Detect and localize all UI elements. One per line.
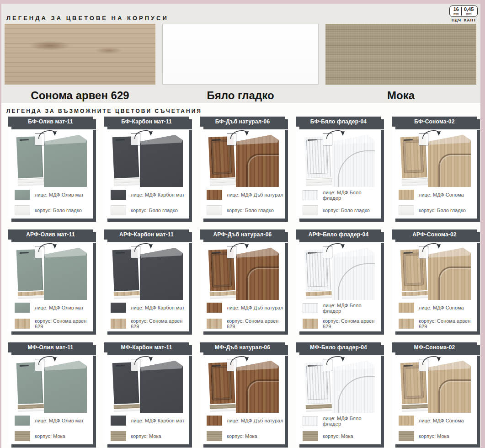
- face-color-swatch: [15, 303, 30, 313]
- carcass-color-swatch: [111, 319, 126, 329]
- face-legend-row: лице: МДФ Олив мат: [15, 416, 84, 426]
- carcass-color-swatch: [399, 431, 414, 441]
- face-color-swatch: [207, 416, 222, 426]
- board-material-label: ПДЧ: [452, 18, 461, 22]
- zoom-arrow-icon: [229, 241, 250, 253]
- face-color-swatch: [15, 190, 30, 200]
- edge-thickness-unit: mm: [466, 12, 472, 16]
- combination-card: МФ-Дъб натурал-06 лице:: [200, 342, 288, 448]
- card-title-bar: АРФ-Дъб натурал-06: [200, 229, 285, 240]
- carcass-color-swatch: [15, 319, 30, 329]
- combination-card: АРФ-Олив мат-11 лице: М: [8, 229, 96, 335]
- door-handle: [20, 252, 29, 254]
- card-title: АРФ-Олив мат-11: [26, 231, 75, 238]
- card-title: БФ-Сонома-02: [414, 118, 454, 125]
- face-legend-label: лице: МДФ Олив мат: [35, 418, 84, 423]
- zoom-arrow-icon: [229, 128, 250, 140]
- zoom-arrow-icon: [37, 241, 59, 253]
- zoom-arrow-icon: [325, 128, 346, 140]
- zoom-arrow-icon: [133, 241, 155, 253]
- face-legend-row: лице: МДФ Дъб натурал: [207, 303, 283, 313]
- door-corner-zoom: [428, 361, 471, 413]
- sonoma-arven-label: Сонома арвен 629: [31, 89, 129, 102]
- card-title: БФ-Бяло фладер-04: [310, 118, 367, 125]
- board-thickness-unit: mm: [453, 12, 459, 16]
- face-legend-label: лице: МДФ Олив мат: [35, 305, 84, 310]
- face-legend-row: лице: МДФ Карбон мат: [111, 303, 184, 313]
- carcass-edge-highlight: [402, 295, 428, 299]
- carcass-color-swatch: [399, 319, 414, 329]
- carcass-legend-row: корпус: Сонома арвен 629: [207, 318, 285, 329]
- card-body: лице: МДФ Сонома корпус: Бяло гладко: [392, 127, 477, 219]
- carcass-edge-highlight: [210, 182, 236, 186]
- door-corner-zoom: [44, 248, 87, 300]
- carcass-swatch-row: Сонома арвен 629 Бяло гладко Мока: [5, 24, 476, 102]
- byalo-gladko-label: Бяло гладко: [207, 89, 274, 102]
- carcass-color-swatch: [15, 431, 30, 441]
- door-recess-detail: [246, 379, 281, 415]
- face-legend-label: лице: МДФ Карбон мат: [131, 192, 184, 197]
- carcass-edge-highlight: [402, 182, 428, 186]
- carcass-legend-row: корпус: Сонома арвен 629: [303, 318, 381, 329]
- door-recess-detail: [246, 154, 281, 189]
- carcass-edge-highlight: [306, 182, 332, 186]
- card-title-bar: БФ-Бяло фладер-04: [296, 117, 381, 127]
- face-color-swatch: [15, 416, 30, 426]
- card-body: лице: МДФ Бяло фладер корпус: Сонома арв…: [296, 240, 381, 331]
- edge-material-label: КАНТ: [464, 18, 476, 22]
- door-corner-zoom: [428, 248, 471, 300]
- zoom-arrow-icon: [325, 241, 346, 253]
- face-color-swatch: [111, 190, 126, 200]
- page-frame-right: [480, 0, 485, 448]
- sonoma-arven-texture: [5, 24, 155, 85]
- card-body: лице: МДФ Дъб натурал корпус: Бяло гладк…: [200, 127, 285, 219]
- door-handle: [20, 365, 29, 367]
- card-body: лице: МДФ Олив мат корпус: Бяло гладко: [8, 127, 93, 219]
- face-legend-label: лице: МДФ Дъб натурал: [227, 305, 283, 310]
- card-title-bar: АРФ-Карбон мат-11: [104, 229, 189, 240]
- card-title: МФ-Дъб натурал-06: [215, 344, 270, 351]
- face-legend-label: лице: МДФ Бяло фладер: [323, 303, 381, 314]
- door-corner-zoom: [236, 135, 279, 187]
- carcass-edge-highlight: [210, 295, 236, 299]
- door-corner-zoom: [44, 361, 87, 413]
- carcass-legend-row: корпус: Бяло гладко: [303, 205, 370, 215]
- door-handle: [116, 252, 125, 254]
- face-legend-label: лице: МДФ Карбон мат: [131, 418, 184, 423]
- carcass-legend-label: корпус: Бяло гладко: [35, 208, 82, 213]
- combination-card: МФ-Бяло фладер-04 лице:: [296, 342, 384, 448]
- door-corner-zoom: [140, 361, 183, 413]
- combination-card: МФ-Сонома-02 лице: МДФ: [392, 342, 480, 448]
- carcass-color-swatch: [207, 205, 222, 215]
- face-legend-row: лице: МДФ Бяло фладер: [303, 190, 381, 201]
- carcass-edge-highlight: [114, 182, 140, 186]
- face-color-swatch: [303, 303, 318, 313]
- carcass-legend-row: корпус: Мока: [207, 431, 257, 441]
- edge-spec-labels: ПДЧ КАНТ: [449, 17, 478, 22]
- card-title: БФ-Дъб натурал-06: [215, 118, 270, 125]
- edge-spec-badge: 16 mm 0,45 mm ПДЧ КАНТ: [449, 5, 478, 22]
- card-title: БФ-Олив мат-11: [28, 118, 73, 125]
- combination-card: БФ-Бяло фладер-04 лице:: [296, 117, 384, 222]
- face-color-swatch: [303, 190, 318, 200]
- card-title-bar: МФ-Бяло фладер-04: [296, 342, 381, 352]
- card-title: АРФ-Бяло фладер-04: [309, 231, 369, 238]
- face-legend-row: лице: МДФ Сонома: [399, 416, 464, 426]
- combination-card: МФ-Олив мат-11 лице: МД: [8, 342, 96, 448]
- carcass-swatch-sonoma-arven: Сонома арвен 629: [5, 24, 155, 102]
- combination-card: БФ-Дъб натурал-06 лице:: [200, 117, 288, 222]
- carcass-legend-label: корпус: Сонома арвен 629: [35, 318, 93, 329]
- door-recess-detail: [338, 263, 376, 302]
- combination-card: АРФ-Сонома-02 лице: МДФ: [392, 229, 480, 335]
- face-legend-row: лице: МДФ Бяло фладер: [303, 303, 381, 314]
- carcass-edge-highlight: [306, 295, 332, 299]
- card-body: лице: МДФ Сонома корпус: Сонома арвен 62…: [392, 240, 477, 331]
- face-color-swatch: [207, 303, 222, 313]
- card-body: лице: МДФ Карбон мат корпус: Бяло гладко: [104, 127, 189, 219]
- door-recess-detail: [338, 376, 376, 415]
- carcass-legend-row: корпус: Бяло гладко: [399, 205, 466, 215]
- carcass-color-swatch: [111, 205, 126, 215]
- door-edge-bevel: [44, 135, 87, 187]
- combination-card: БФ-Карбон мат-11 лице:: [104, 117, 192, 222]
- page-frame-top: [0, 0, 485, 4]
